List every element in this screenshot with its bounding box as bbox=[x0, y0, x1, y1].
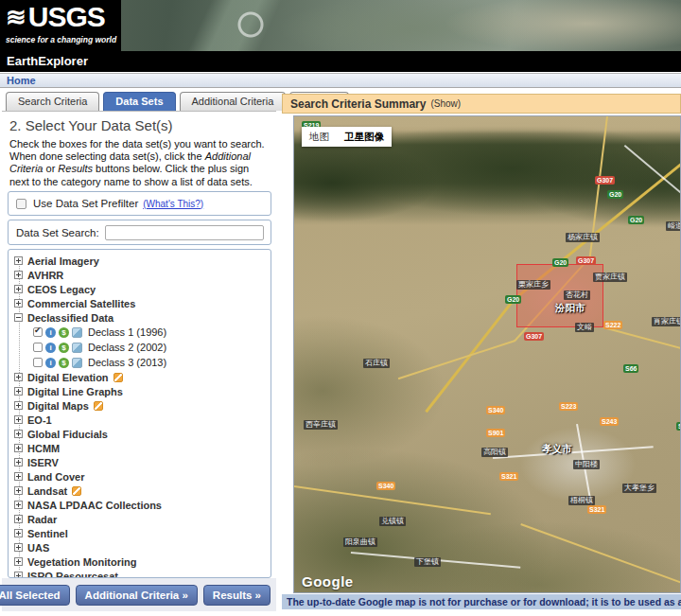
coverage-map-icon[interactable] bbox=[72, 327, 82, 338]
tab-search-criteria[interactable]: Search Criteria bbox=[6, 92, 99, 111]
expand-plus-icon[interactable] bbox=[14, 572, 23, 578]
expand-plus-icon[interactable] bbox=[14, 501, 23, 509]
tab-data-sets[interactable]: Data Sets bbox=[103, 92, 175, 111]
road-line bbox=[520, 523, 681, 583]
tree-item-hcmm: HCMM bbox=[9, 441, 271, 455]
town-label: 下堡镇 bbox=[414, 557, 441, 567]
expand-plus-icon[interactable] bbox=[14, 529, 23, 537]
road-badge: S222 bbox=[603, 321, 622, 329]
city-label-fenyang: 汾阳市 bbox=[555, 302, 585, 315]
home-link[interactable]: Home bbox=[7, 75, 36, 86]
prefilter-checkbox[interactable] bbox=[16, 199, 26, 209]
dataset-search-box: Data Set Search: bbox=[8, 220, 271, 245]
expand-plus-icon[interactable] bbox=[14, 543, 23, 552]
town-label: 杏花村 bbox=[564, 290, 590, 300]
coverage-map-icon[interactable] bbox=[72, 343, 82, 353]
expand-plus-icon[interactable] bbox=[14, 271, 23, 279]
road-badge: S340 bbox=[376, 482, 395, 490]
road-badge: S901 bbox=[486, 429, 505, 437]
road-badge: S243 bbox=[600, 417, 619, 426]
tree-item-radar: Radar bbox=[9, 512, 271, 526]
expand-plus-icon[interactable] bbox=[14, 486, 23, 495]
town-label: 文峪 bbox=[575, 323, 594, 332]
town-label: 栗家庄乡 bbox=[516, 280, 550, 290]
coverage-map-icon[interactable] bbox=[72, 358, 82, 368]
usgs-banner-image: ≋ USGS science for a changing world bbox=[0, 0, 681, 51]
search-area-rectangle bbox=[516, 264, 603, 327]
expand-plus-icon[interactable] bbox=[14, 387, 23, 396]
tree-item-digital-elevation: Digital Elevation bbox=[9, 370, 271, 384]
map-disclaimer-bar: The up-to-date Google map is not for pur… bbox=[282, 594, 681, 609]
road-badge: G307 bbox=[576, 256, 596, 265]
clear-all-selected-button[interactable]: Clear All Selected bbox=[0, 585, 70, 606]
action-button-strip: Clear All Selected Additional Criteria »… bbox=[2, 578, 276, 611]
dataset-search-input[interactable] bbox=[105, 225, 264, 240]
additional-criteria-button[interactable]: Additional Criteria » bbox=[76, 585, 198, 606]
declass3-checkbox[interactable] bbox=[33, 358, 43, 367]
info-icon[interactable]: i bbox=[45, 343, 56, 353]
expand-plus-icon[interactable] bbox=[14, 444, 23, 452]
road-badge: S321 bbox=[499, 472, 518, 481]
usgs-tagline: science for a changing world bbox=[6, 35, 115, 44]
tree-item-aerial-imagery: Aerial Imagery bbox=[9, 254, 271, 268]
tab-additional-criteria[interactable]: Additional Criteria bbox=[180, 92, 287, 111]
town-label: 高阳镇 bbox=[481, 448, 508, 457]
tree-item-land-cover: Land Cover bbox=[9, 469, 271, 484]
fee-icon[interactable]: $ bbox=[59, 358, 69, 368]
town-label: 峪道河镇 bbox=[666, 221, 681, 231]
info-icon[interactable]: i bbox=[45, 327, 56, 338]
expand-plus-icon[interactable] bbox=[14, 256, 23, 265]
map-type-controls: 地图 卫星图像 bbox=[302, 127, 392, 147]
road-line bbox=[602, 326, 681, 350]
town-label: 梧桐镇 bbox=[568, 496, 595, 505]
town-label: 阳泉曲镇 bbox=[343, 537, 377, 547]
tree-child-declass2: i $ Declass 2 (2002) bbox=[9, 340, 271, 355]
whats-this-link[interactable]: (What's This?) bbox=[143, 199, 203, 209]
app-titlebar: EarthExplorer bbox=[0, 51, 681, 72]
search-criteria-summary-bar: Search Criteria Summary (Show) bbox=[282, 94, 681, 114]
tree-child-declass1: i $ Declass 1 (1996) bbox=[9, 325, 271, 340]
expand-plus-icon[interactable] bbox=[14, 401, 23, 410]
road-badge: S66 bbox=[676, 422, 681, 431]
updated-flag-icon bbox=[72, 486, 81, 496]
tree-item-digital-line-graphs: Digital Line Graphs bbox=[9, 384, 271, 398]
dataset-tree: Aerial Imagery AVHRR CEOS Legacy Commerc… bbox=[8, 249, 271, 578]
instructions-text: Check the boxes for the data set(s) you … bbox=[9, 138, 271, 188]
road-badge: S340 bbox=[486, 406, 505, 414]
map-type-map-button[interactable]: 地图 bbox=[302, 127, 337, 147]
prefilter-label: Use Data Set Prefilter bbox=[33, 198, 138, 209]
town-label: 西辛庄镇 bbox=[304, 420, 338, 430]
usgs-logo[interactable]: ≋ USGS science for a changing world bbox=[0, 0, 121, 51]
declass1-checkbox[interactable] bbox=[33, 327, 43, 337]
tree-item-uas: UAS bbox=[9, 540, 271, 554]
google-map[interactable]: S219 G307 G20 G20 G20 G307 G20 S222 G307… bbox=[293, 115, 681, 593]
expand-plus-icon[interactable] bbox=[14, 299, 23, 308]
datasets-panel: 2. Select Your Data Set(s) Check the box… bbox=[2, 111, 276, 578]
updated-flag-icon bbox=[94, 401, 103, 411]
expand-plus-icon[interactable] bbox=[14, 472, 23, 481]
expand-plus-icon[interactable] bbox=[14, 415, 23, 424]
results-button[interactable]: Results » bbox=[203, 585, 271, 606]
google-attribution-logo[interactable]: Google bbox=[302, 573, 354, 590]
declass2-checkbox[interactable] bbox=[33, 343, 43, 352]
tree-item-vegetation-monitoring: Vegetation Monitoring bbox=[9, 554, 271, 569]
expand-plus-icon[interactable] bbox=[14, 458, 23, 466]
fee-icon[interactable]: $ bbox=[59, 327, 69, 338]
disclaimer-text: The up-to-date Google map is not for pur… bbox=[287, 596, 681, 607]
tree-child-declass3: i $ Declass 3 (2013) bbox=[9, 355, 271, 370]
summary-show-toggle[interactable]: (Show) bbox=[430, 98, 461, 109]
expand-plus-icon[interactable] bbox=[14, 373, 23, 381]
expand-plus-icon[interactable] bbox=[14, 430, 23, 438]
expand-plus-icon[interactable] bbox=[14, 515, 23, 523]
info-icon[interactable]: i bbox=[45, 358, 56, 368]
tree-item-declassified-data: Declassified Data bbox=[9, 310, 271, 325]
fee-icon[interactable]: $ bbox=[59, 343, 69, 353]
tree-item-global-fiducials: Global Fiducials bbox=[9, 427, 271, 441]
expand-plus-icon[interactable] bbox=[14, 557, 23, 566]
tree-item-isro-resourcesat: ISRO Resourcesat bbox=[9, 569, 271, 578]
tree-item-ceos-legacy: CEOS Legacy bbox=[9, 282, 271, 296]
expand-plus-icon[interactable] bbox=[14, 285, 23, 293]
collapse-minus-icon[interactable] bbox=[14, 313, 23, 322]
tree-item-nasa-lpdaac: NASA LPDAAC Collections bbox=[9, 498, 271, 512]
map-type-satellite-button[interactable]: 卫星图像 bbox=[337, 127, 392, 147]
